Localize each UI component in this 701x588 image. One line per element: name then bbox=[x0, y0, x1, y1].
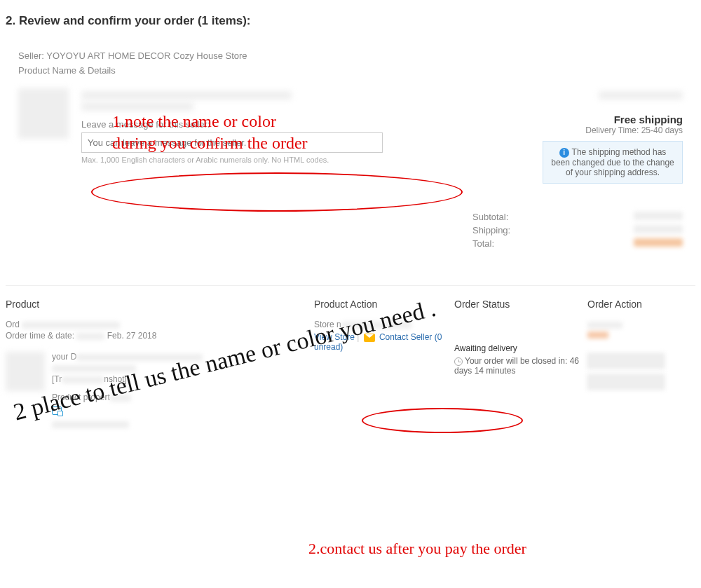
blurred-line bbox=[76, 333, 104, 340]
table-row: Ord Order time & date: Feb. 27 2018 your… bbox=[6, 320, 695, 430]
blurred-value bbox=[634, 212, 683, 220]
shipping-notice-box: iThe shipping method has been changed du… bbox=[543, 141, 683, 184]
awaiting-delivery-label: Awaiting delivery bbox=[454, 343, 587, 353]
blurred-line bbox=[76, 354, 203, 361]
mail-icon bbox=[364, 334, 375, 342]
total-label: Total: bbox=[472, 238, 494, 249]
order-action-button[interactable] bbox=[587, 374, 665, 390]
product-thumbnail bbox=[18, 88, 69, 139]
blurred-line bbox=[81, 102, 193, 111]
snapshot-close: nshot] bbox=[104, 374, 127, 384]
blurred-line bbox=[52, 365, 136, 372]
delivery-time: Delivery Time: 25-40 days bbox=[543, 125, 683, 135]
clock-icon bbox=[454, 357, 463, 366]
subtotal-label: Subtotal: bbox=[472, 212, 508, 222]
shipping-label: Shipping: bbox=[472, 225, 510, 235]
contact-seller-text: Contact Seller bbox=[379, 332, 432, 342]
order-table: Product Product Action Order Status Orde… bbox=[6, 285, 695, 430]
order-action-button[interactable] bbox=[587, 353, 665, 369]
item-row: Leave a message for this seller: Max. 1,… bbox=[18, 88, 683, 184]
product-name-details-label: Product Name & Details bbox=[18, 65, 683, 76]
item-right-col: Free shipping Delivery Time: 25-40 days … bbox=[543, 88, 683, 184]
seller-line: Seller: YOYOYU ART HOME DECOR Cozy House… bbox=[18, 50, 683, 61]
cell-order-action bbox=[587, 320, 695, 395]
blurred-line bbox=[110, 395, 131, 402]
cell-order-status: Awaiting delivery Your order will be clo… bbox=[454, 320, 587, 376]
blurred-line bbox=[599, 91, 683, 100]
table-header-row: Product Product Action Order Status Orde… bbox=[6, 299, 695, 320]
view-store-link[interactable]: View Store bbox=[314, 332, 355, 342]
info-icon: i bbox=[559, 148, 569, 158]
header-order-action: Order Action bbox=[587, 299, 695, 310]
item-middle: Leave a message for this seller: Max. 1,… bbox=[81, 88, 530, 184]
product-detail-block: your D [Trnshot] Product propert bbox=[6, 352, 314, 430]
delivery-time-value: 25-40 days bbox=[641, 125, 683, 135]
blurred-line bbox=[587, 331, 608, 339]
free-shipping-label: Free shipping bbox=[543, 114, 683, 125]
order-review-box: Seller: YOYOYU ART HOME DECOR Cozy House… bbox=[6, 42, 695, 264]
totals-block: Subtotal: Shipping: Total: bbox=[18, 212, 683, 249]
message-hint: Max. 1,000 English characters or Arabic … bbox=[81, 156, 530, 164]
store-name-prefix: Store n bbox=[314, 320, 341, 329]
seller-name: YOYOYU ART HOME DECOR Cozy House Store bbox=[46, 50, 247, 61]
header-product-action: Product Action bbox=[314, 299, 454, 310]
blurred-line bbox=[81, 91, 292, 100]
product-lines: your D [Trnshot] Product propert bbox=[52, 352, 314, 430]
cell-product-action: Store n View Store | Contact Seller (0 u… bbox=[314, 320, 454, 352]
blurred-line bbox=[587, 322, 622, 329]
snapshot-icon[interactable] bbox=[52, 406, 62, 415]
blurred-line bbox=[62, 376, 104, 383]
snapshot-open: [Tr bbox=[52, 374, 62, 384]
blurred-value bbox=[634, 225, 683, 233]
section-title: 2. Review and confirm your order (1 item… bbox=[0, 0, 701, 34]
blurred-line bbox=[52, 421, 129, 428]
shipping-notice-text: The shipping method has been changed due… bbox=[551, 147, 674, 177]
annotation-2: 2.contact us after you pay the order bbox=[308, 540, 526, 558]
seller-message-input[interactable] bbox=[81, 132, 383, 153]
header-product: Product bbox=[6, 299, 314, 310]
blurred-line bbox=[22, 322, 120, 329]
order-date-suffix: Feb. 27 2018 bbox=[107, 331, 157, 341]
order-time-label: Order time & date: bbox=[6, 331, 74, 341]
product-thumbnail-small bbox=[6, 352, 45, 391]
seller-prefix: Seller: bbox=[18, 50, 46, 61]
delivery-time-label: Delivery Time: bbox=[585, 125, 641, 135]
blurred-line bbox=[341, 322, 411, 329]
header-order-status: Order Status bbox=[454, 299, 587, 310]
leave-message-label: Leave a message for this seller: bbox=[81, 119, 530, 130]
blurred-value bbox=[634, 238, 683, 247]
order-close-prefix: Your order will be closed in: bbox=[465, 356, 570, 366]
detail-line: your D bbox=[52, 352, 76, 362]
product-propert-label: Product propert bbox=[52, 392, 110, 402]
cell-product: Ord Order time & date: Feb. 27 2018 your… bbox=[6, 320, 314, 430]
order-id-prefix: Ord bbox=[6, 320, 20, 329]
